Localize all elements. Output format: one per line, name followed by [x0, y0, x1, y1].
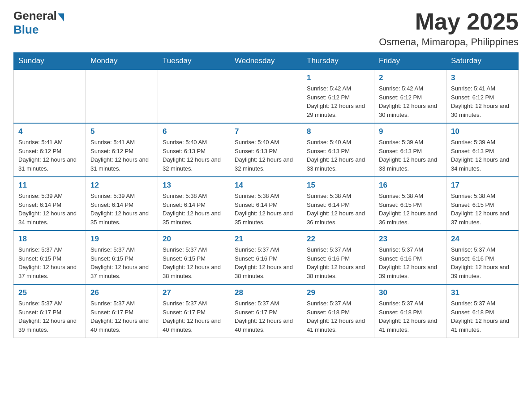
day-number: 28: [235, 288, 297, 297]
calendar-cell: 26Sunrise: 5:37 AM Sunset: 6:17 PM Dayli…: [86, 284, 158, 338]
day-number: 27: [163, 288, 225, 297]
day-info: Sunrise: 5:41 AM Sunset: 6:12 PM Dayligh…: [90, 138, 153, 173]
day-info: Sunrise: 5:37 AM Sunset: 6:17 PM Dayligh…: [163, 299, 225, 334]
day-number: 31: [451, 288, 514, 297]
calendar-cell: 25Sunrise: 5:37 AM Sunset: 6:17 PM Dayli…: [14, 284, 86, 338]
calendar-cell: 15Sunrise: 5:38 AM Sunset: 6:14 PM Dayli…: [302, 177, 374, 231]
week-row: 18Sunrise: 5:37 AM Sunset: 6:15 PM Dayli…: [14, 231, 519, 284]
day-number: 12: [90, 181, 153, 190]
calendar-table: SundayMondayTuesdayWednesdayThursdayFrid…: [13, 52, 519, 338]
day-info: Sunrise: 5:37 AM Sunset: 6:18 PM Dayligh…: [379, 299, 442, 334]
calendar-cell: 1Sunrise: 5:42 AM Sunset: 6:12 PM Daylig…: [302, 69, 374, 123]
day-number: 11: [18, 181, 81, 190]
day-info: Sunrise: 5:38 AM Sunset: 6:14 PM Dayligh…: [235, 192, 297, 227]
day-number: 9: [379, 127, 442, 136]
day-number: 5: [90, 127, 153, 136]
calendar-cell: 29Sunrise: 5:37 AM Sunset: 6:18 PM Dayli…: [302, 284, 374, 338]
logo-general: General: [13, 9, 57, 23]
day-number: 23: [379, 235, 442, 244]
day-info: Sunrise: 5:38 AM Sunset: 6:14 PM Dayligh…: [307, 192, 369, 227]
day-info: Sunrise: 5:38 AM Sunset: 6:15 PM Dayligh…: [379, 192, 442, 227]
calendar-cell: 23Sunrise: 5:37 AM Sunset: 6:16 PM Dayli…: [374, 231, 446, 284]
calendar-cell: 30Sunrise: 5:37 AM Sunset: 6:18 PM Dayli…: [374, 284, 446, 338]
calendar-cell: 21Sunrise: 5:37 AM Sunset: 6:16 PM Dayli…: [230, 231, 302, 284]
day-number: 19: [90, 235, 153, 244]
day-info: Sunrise: 5:39 AM Sunset: 6:14 PM Dayligh…: [18, 192, 81, 227]
day-info: Sunrise: 5:37 AM Sunset: 6:17 PM Dayligh…: [18, 299, 81, 334]
calendar-cell: [14, 69, 86, 123]
calendar-cell: 16Sunrise: 5:38 AM Sunset: 6:15 PM Dayli…: [374, 177, 446, 231]
day-info: Sunrise: 5:40 AM Sunset: 6:13 PM Dayligh…: [163, 138, 225, 173]
calendar-cell: 19Sunrise: 5:37 AM Sunset: 6:15 PM Dayli…: [86, 231, 158, 284]
day-number: 24: [451, 235, 514, 244]
calendar-cell: 24Sunrise: 5:37 AM Sunset: 6:16 PM Dayli…: [446, 231, 519, 284]
day-number: 1: [307, 73, 369, 82]
day-number: 4: [18, 127, 81, 136]
calendar-cell: 8Sunrise: 5:40 AM Sunset: 6:13 PM Daylig…: [302, 123, 374, 177]
day-of-week-header: Sunday: [14, 53, 86, 70]
day-number: 25: [18, 288, 81, 297]
calendar-cell: 18Sunrise: 5:37 AM Sunset: 6:15 PM Dayli…: [14, 231, 86, 284]
month-title: May 2025: [379, 9, 519, 34]
day-info: Sunrise: 5:38 AM Sunset: 6:14 PM Dayligh…: [163, 192, 225, 227]
calendar-cell: 11Sunrise: 5:39 AM Sunset: 6:14 PM Dayli…: [14, 177, 86, 231]
calendar-header-row: SundayMondayTuesdayWednesdayThursdayFrid…: [14, 53, 519, 70]
day-info: Sunrise: 5:37 AM Sunset: 6:16 PM Dayligh…: [307, 245, 369, 280]
day-number: 13: [163, 181, 225, 190]
day-number: 14: [235, 181, 297, 190]
day-info: Sunrise: 5:42 AM Sunset: 6:12 PM Dayligh…: [307, 84, 369, 119]
calendar-cell: [158, 69, 230, 123]
calendar-cell: 10Sunrise: 5:39 AM Sunset: 6:13 PM Dayli…: [446, 123, 519, 177]
day-info: Sunrise: 5:37 AM Sunset: 6:16 PM Dayligh…: [379, 245, 442, 280]
calendar-cell: 13Sunrise: 5:38 AM Sunset: 6:14 PM Dayli…: [158, 177, 230, 231]
calendar-cell: [230, 69, 302, 123]
calendar-cell: 17Sunrise: 5:38 AM Sunset: 6:15 PM Dayli…: [446, 177, 519, 231]
day-info: Sunrise: 5:37 AM Sunset: 6:16 PM Dayligh…: [451, 245, 514, 280]
day-number: 7: [235, 127, 297, 136]
day-of-week-header: Friday: [374, 53, 446, 70]
calendar-cell: 7Sunrise: 5:40 AM Sunset: 6:13 PM Daylig…: [230, 123, 302, 177]
day-info: Sunrise: 5:37 AM Sunset: 6:15 PM Dayligh…: [18, 245, 81, 280]
calendar-cell: 12Sunrise: 5:39 AM Sunset: 6:14 PM Dayli…: [86, 177, 158, 231]
day-info: Sunrise: 5:37 AM Sunset: 6:15 PM Dayligh…: [163, 245, 225, 280]
calendar-cell: 27Sunrise: 5:37 AM Sunset: 6:17 PM Dayli…: [158, 284, 230, 338]
day-number: 30: [379, 288, 442, 297]
day-info: Sunrise: 5:38 AM Sunset: 6:15 PM Dayligh…: [451, 192, 514, 227]
calendar-cell: 3Sunrise: 5:41 AM Sunset: 6:12 PM Daylig…: [446, 69, 519, 123]
day-info: Sunrise: 5:39 AM Sunset: 6:14 PM Dayligh…: [90, 192, 153, 227]
day-number: 21: [235, 235, 297, 244]
day-info: Sunrise: 5:37 AM Sunset: 6:16 PM Dayligh…: [235, 245, 297, 280]
calendar-cell: 4Sunrise: 5:41 AM Sunset: 6:12 PM Daylig…: [14, 123, 86, 177]
calendar-cell: 2Sunrise: 5:42 AM Sunset: 6:12 PM Daylig…: [374, 69, 446, 123]
calendar-cell: [86, 69, 158, 123]
week-row: 11Sunrise: 5:39 AM Sunset: 6:14 PM Dayli…: [14, 177, 519, 231]
calendar-cell: 31Sunrise: 5:37 AM Sunset: 6:18 PM Dayli…: [446, 284, 519, 338]
day-number: 17: [451, 181, 514, 190]
day-info: Sunrise: 5:37 AM Sunset: 6:17 PM Dayligh…: [90, 299, 153, 334]
calendar-cell: 28Sunrise: 5:37 AM Sunset: 6:17 PM Dayli…: [230, 284, 302, 338]
calendar-cell: 22Sunrise: 5:37 AM Sunset: 6:16 PM Dayli…: [302, 231, 374, 284]
day-info: Sunrise: 5:39 AM Sunset: 6:13 PM Dayligh…: [379, 138, 442, 173]
week-row: 1Sunrise: 5:42 AM Sunset: 6:12 PM Daylig…: [14, 69, 519, 123]
day-of-week-header: Saturday: [446, 53, 519, 70]
logo-blue: Blue: [13, 23, 39, 37]
day-number: 18: [18, 235, 81, 244]
day-info: Sunrise: 5:41 AM Sunset: 6:12 PM Dayligh…: [18, 138, 81, 173]
day-info: Sunrise: 5:37 AM Sunset: 6:18 PM Dayligh…: [451, 299, 514, 334]
calendar-cell: 9Sunrise: 5:39 AM Sunset: 6:13 PM Daylig…: [374, 123, 446, 177]
day-number: 26: [90, 288, 153, 297]
title-section: May 2025 Osmena, Mimaropa, Philippines: [379, 9, 519, 48]
day-info: Sunrise: 5:37 AM Sunset: 6:18 PM Dayligh…: [307, 299, 369, 334]
day-info: Sunrise: 5:37 AM Sunset: 6:15 PM Dayligh…: [90, 245, 153, 280]
day-number: 2: [379, 73, 442, 82]
calendar-cell: 5Sunrise: 5:41 AM Sunset: 6:12 PM Daylig…: [86, 123, 158, 177]
day-number: 22: [307, 235, 369, 244]
day-number: 3: [451, 73, 514, 82]
day-number: 8: [307, 127, 369, 136]
calendar-cell: 14Sunrise: 5:38 AM Sunset: 6:14 PM Dayli…: [230, 177, 302, 231]
day-info: Sunrise: 5:41 AM Sunset: 6:12 PM Dayligh…: [451, 84, 514, 119]
page-header: General Blue May 2025 Osmena, Mimaropa, …: [13, 9, 519, 48]
week-row: 25Sunrise: 5:37 AM Sunset: 6:17 PM Dayli…: [14, 284, 519, 338]
day-info: Sunrise: 5:39 AM Sunset: 6:13 PM Dayligh…: [451, 138, 514, 173]
week-row: 4Sunrise: 5:41 AM Sunset: 6:12 PM Daylig…: [14, 123, 519, 177]
